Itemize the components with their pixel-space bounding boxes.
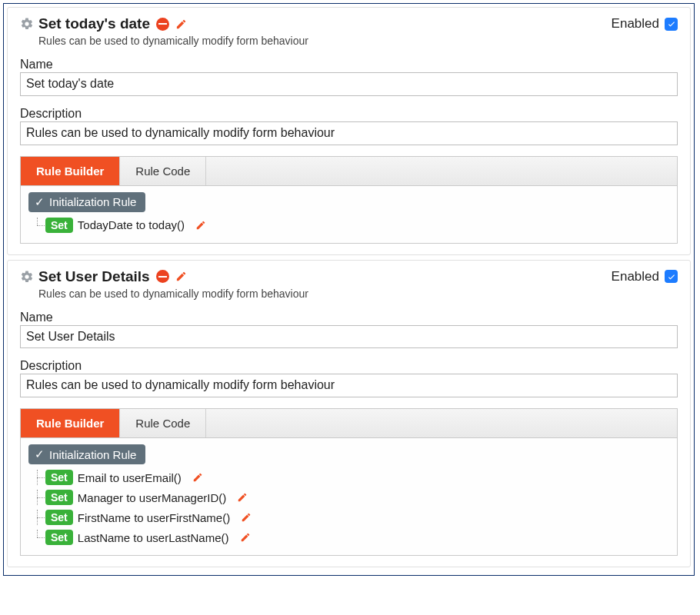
edit-line-button[interactable] [195, 220, 206, 231]
rule-tree: Set Email to userEmail() Set Manager to … [28, 467, 669, 547]
tab-rule-code[interactable]: Rule Code [120, 409, 206, 437]
rule-text: LastName to userLastName() [78, 531, 229, 544]
gear-icon [20, 17, 34, 31]
description-label: Description [20, 107, 678, 121]
rule-card: Set today's date Enabled Rules can be us… [7, 7, 691, 255]
edit-line-button[interactable] [241, 512, 252, 523]
tabs: Rule Builder Rule Code [20, 156, 678, 185]
description-field-group: Description [20, 359, 678, 397]
rule-title: Set today's date [38, 15, 150, 32]
check-icon: ✓ [35, 195, 45, 209]
tabs: Rule Builder Rule Code [20, 408, 678, 437]
edit-line-button[interactable] [237, 492, 248, 503]
description-input[interactable] [20, 374, 678, 397]
enabled-checkbox[interactable] [665, 270, 678, 283]
rule-subtitle: Rules can be used to dynamically modify … [38, 288, 678, 300]
name-label: Name [20, 58, 678, 71]
minus-icon [156, 18, 169, 31]
tree-connector-icon [28, 490, 45, 505]
rule-body: ✓ Initialization Rule Set Email to userE… [20, 437, 678, 556]
rule-text: FirstName to userFirstName() [78, 511, 230, 524]
init-rule-chip[interactable]: ✓ Initialization Rule [28, 444, 145, 464]
rule-line: Set TodayDate to today() [28, 215, 669, 235]
rule-line: Set LastName to userLastName() [28, 527, 669, 547]
rule-line: Set Email to userEmail() [28, 467, 669, 487]
description-input[interactable] [20, 121, 678, 145]
edit-line-button[interactable] [240, 532, 251, 543]
card-header: Set today's date Enabled [20, 15, 678, 32]
name-label: Name [20, 311, 678, 324]
enabled-checkbox[interactable] [665, 18, 678, 31]
description-field-group: Description [20, 107, 678, 145]
set-badge: Set [45, 218, 73, 233]
remove-rule-button[interactable] [156, 18, 169, 31]
rule-text: Email to userEmail() [78, 471, 182, 484]
init-rule-chip[interactable]: ✓ Initialization Rule [28, 192, 145, 212]
tab-rule-code[interactable]: Rule Code [120, 157, 206, 185]
gear-icon [20, 270, 34, 284]
init-rule-label: Initialization Rule [49, 195, 136, 208]
edit-rule-button[interactable] [175, 18, 187, 30]
tree-connector-icon [28, 218, 45, 233]
name-field-group: Name [20, 58, 678, 96]
remove-rule-button[interactable] [156, 270, 169, 283]
description-label: Description [20, 359, 678, 373]
tab-rule-builder[interactable]: Rule Builder [21, 157, 120, 185]
set-badge: Set [45, 530, 73, 545]
edit-line-button[interactable] [192, 472, 203, 483]
set-badge: Set [45, 470, 73, 485]
enabled-label: Enabled [612, 269, 659, 284]
rule-title: Set User Details [38, 268, 150, 285]
tab-rule-builder[interactable]: Rule Builder [21, 409, 120, 437]
rule-tree: Set TodayDate to today() [28, 215, 669, 235]
tree-connector-icon [28, 470, 45, 485]
enabled-label: Enabled [612, 16, 659, 32]
rule-text: TodayDate to today() [78, 218, 185, 231]
name-field-group: Name [20, 311, 678, 349]
set-badge: Set [45, 490, 73, 505]
init-rule-label: Initialization Rule [49, 448, 136, 461]
name-input[interactable] [20, 325, 678, 349]
check-icon: ✓ [35, 447, 45, 461]
tree-connector-icon [28, 530, 45, 545]
rule-line: Set Manager to userManagerID() [28, 487, 669, 507]
tree-connector-icon [28, 510, 45, 525]
rule-line: Set FirstName to userFirstName() [28, 507, 669, 527]
app-frame: Set today's date Enabled Rules can be us… [3, 3, 695, 576]
name-input[interactable] [20, 72, 678, 96]
rule-subtitle: Rules can be used to dynamically modify … [38, 35, 678, 47]
card-header: Set User Details Enabled [20, 268, 678, 285]
rule-card: Set User Details Enabled Rules can be us… [7, 260, 691, 568]
set-badge: Set [45, 510, 73, 525]
edit-rule-button[interactable] [175, 271, 187, 282]
minus-icon [156, 270, 169, 283]
rule-text: Manager to userManagerID() [78, 491, 226, 504]
rule-body: ✓ Initialization Rule Set TodayDate to t… [20, 185, 678, 244]
